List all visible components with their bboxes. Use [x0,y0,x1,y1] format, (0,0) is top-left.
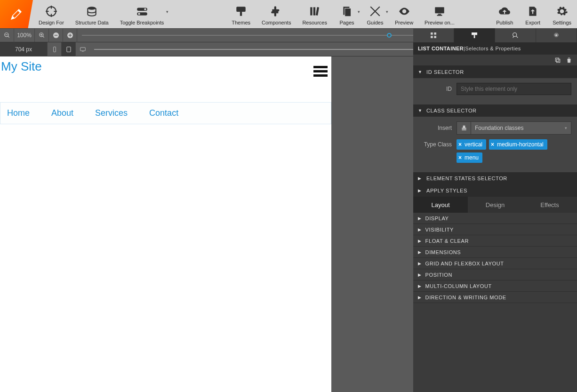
zoom-in-icon [39,32,45,39]
brush-icon [235,5,247,17]
hamburger-button[interactable] [313,64,328,79]
tag-medium-horizontal[interactable]: ×medium-horizontal [489,139,547,150]
toggle-breakpoints-button[interactable]: Toggle Breakpoints ▾ [114,0,170,28]
duplicate-icon[interactable] [554,57,561,64]
zoom-out-button[interactable] [49,28,63,42]
close-icon[interactable]: × [458,154,462,161]
guides-button[interactable]: Guides ▾ [361,0,389,28]
triangle-right-icon: ▶ [418,261,422,266]
id-selector-title: ID SELECTOR [426,69,464,75]
caret-down-icon: ▾ [166,9,168,14]
export-icon [527,5,539,17]
pages-button[interactable]: Pages ▾ [333,0,361,28]
svg-rect-14 [438,14,441,15]
class-selector-body: Insert Foundation classes ▾ Type Class ×… [413,117,577,172]
id-input[interactable] [457,83,571,95]
panel-tabs [413,28,577,42]
gear-icon [553,32,560,39]
settings-button[interactable]: Settings [547,0,577,28]
id-selector-header[interactable]: ▼ ID SELECTOR [413,66,577,78]
type-class-tags: ×vertical ×medium-horizontal ×menu [457,139,571,163]
preview-button[interactable]: Preview [389,0,419,28]
subtab-effects[interactable]: Effects [522,197,577,213]
triangle-right-icon: ▶ [418,176,423,181]
element-states-header[interactable]: ▶ ELEMENT STATES SELECTOR [413,172,577,184]
nav-link-services[interactable]: Services [91,106,131,120]
zoom-in-max-button[interactable] [35,28,49,42]
insert-stamp-button[interactable] [457,121,471,135]
nav-link-contact[interactable]: Contact [145,106,182,120]
id-label: ID [419,86,457,92]
panel-tab-settings[interactable] [536,28,577,42]
resources-button[interactable]: Resources [297,0,333,28]
prop-grid-flexbox[interactable]: ▶GRID AND FLEXBOX LAYOUT [413,258,577,269]
stamp-icon [461,125,467,131]
themes-button[interactable]: Themes [226,0,256,28]
gear-icon [556,5,568,17]
app-logo[interactable] [0,0,33,28]
device-desktop-button[interactable] [75,42,89,56]
svg-rect-9 [313,7,315,15]
prop-direction-writing[interactable]: ▶DIRECTION & WRITING MODE [413,292,577,303]
nav-link-home[interactable]: Home [3,106,33,120]
guides-label: Guides [367,20,384,25]
panel-context: LIST CONTAINER | Selectors & Properties [413,42,577,55]
zoom-in-button[interactable] [63,28,77,42]
close-icon[interactable]: × [491,141,494,148]
prop-display[interactable]: ▶DISPLAY [413,213,577,224]
close-icon[interactable]: × [458,141,462,148]
prop-label: FLOAT & CLEAR [425,238,469,244]
prop-position[interactable]: ▶POSITION [413,269,577,280]
svg-point-3 [144,8,146,10]
panel-tab-inspect[interactable] [495,28,536,42]
prop-dimensions[interactable]: ▶DIMENSIONS [413,247,577,258]
pages-label: Pages [339,20,354,25]
design-for-button[interactable]: Design For [33,0,70,28]
class-selector-header[interactable]: ▼ CLASS SELECTOR [413,104,577,117]
prop-visibility[interactable]: ▶VISIBILITY [413,224,577,235]
svg-rect-23 [53,47,56,52]
components-label: Components [262,20,291,25]
zoom-slider-handle[interactable] [387,33,392,38]
class-selector-title: CLASS SELECTOR [426,108,477,113]
site-title[interactable]: My Site [0,56,331,83]
subtab-design[interactable]: Design [468,197,522,213]
triangle-right-icon: ▶ [418,284,422,288]
device-tablet-button[interactable] [61,42,75,56]
export-label: Export [525,20,540,25]
panel-tab-grid[interactable] [413,28,454,42]
device-phone-button[interactable] [47,42,61,56]
svg-rect-7 [240,12,242,16]
panel-tab-styles[interactable] [454,28,495,42]
zoom-value: 100% [14,29,35,42]
tag-vertical[interactable]: ×vertical [457,139,486,150]
nav-link-about[interactable]: About [48,106,77,120]
zoom-out-min-button[interactable] [0,28,14,42]
components-button[interactable]: Components [256,0,297,28]
preview-on-button[interactable]: Preview on... [419,0,460,28]
tag-menu[interactable]: ×menu [457,152,482,163]
pages-icon [341,5,353,17]
export-button[interactable]: Export [519,0,547,28]
subtab-layout[interactable]: Layout [413,197,468,213]
trash-icon[interactable] [566,57,572,64]
tag-label: medium-horizontal [497,141,544,148]
insert-class-select[interactable]: Foundation classes ▾ [471,121,571,135]
insert-select-value: Foundation classes [475,125,523,131]
preview-on-label: Preview on... [425,20,455,25]
plus-circle-icon [66,32,74,39]
guides-icon [369,5,381,17]
apply-styles-header[interactable]: ▶ APPLY STYLES [413,184,577,197]
prop-float-clear[interactable]: ▶FLOAT & CLEAR [413,235,577,247]
prop-multi-column[interactable]: ▶MULTI-COLUMN LAYOUT [413,280,577,292]
nav-list[interactable]: Home About Services Contact [0,102,331,124]
structure-data-button[interactable]: Structure Data [70,0,114,28]
publish-button[interactable]: Publish [490,0,519,28]
id-selector-body: ID [413,78,577,104]
resources-label: Resources [302,20,327,25]
svg-rect-22 [70,34,70,37]
apply-styles-title: APPLY STYLES [426,188,467,193]
svg-rect-15 [437,15,442,16]
page-canvas[interactable]: My Site Home About Services Contact [0,56,331,392]
caret-down-icon: ▾ [358,9,360,14]
